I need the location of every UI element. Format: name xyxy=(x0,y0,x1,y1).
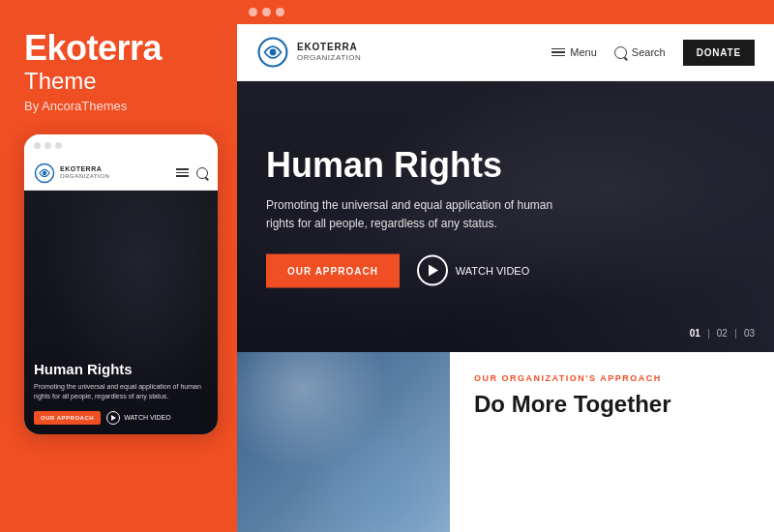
hamburger-line-2 xyxy=(176,172,189,174)
svg-point-3 xyxy=(270,49,277,56)
desktop-logo-icon xyxy=(256,36,289,69)
desktop-logo-area: EKOTERRA ORGANIZATION xyxy=(256,36,361,69)
bottom-image-sim xyxy=(237,352,450,532)
mobile-play-triangle xyxy=(111,415,116,421)
desktop-play-triangle xyxy=(429,265,438,277)
desktop-org-name: EKOTERRA xyxy=(297,42,361,53)
desktop-hero-desc: Promoting the universal and equal applic… xyxy=(266,195,556,232)
menu-line-3 xyxy=(551,55,565,57)
mobile-hero: Human Rights Promoting the universal and… xyxy=(24,191,218,434)
slide-3[interactable]: 03 xyxy=(744,328,755,339)
desktop-org-sub: ORGANIZATION xyxy=(297,53,361,63)
desktop-approach-button[interactable]: OUR APPROACH xyxy=(266,253,400,287)
desktop-watch-button[interactable]: WATCH VIDEO xyxy=(417,255,529,286)
brand-subtitle: Theme xyxy=(24,68,213,95)
bottom-image xyxy=(237,352,450,532)
mobile-play-icon xyxy=(106,411,120,425)
mobile-browser-dots xyxy=(24,134,218,157)
slide-2[interactable]: 02 xyxy=(717,328,728,339)
mobile-org-sub: ORGANIZATION xyxy=(60,173,109,180)
desktop-hero-content: Human Rights Promoting the universal and… xyxy=(266,146,556,288)
desktop-hero-buttons: OUR APPROACH WATCH VIDEO xyxy=(266,253,556,287)
left-panel: Ekoterra Theme By AncoraThemes EKOTERRA … xyxy=(0,0,237,532)
brand-by: By AncoraThemes xyxy=(24,99,213,113)
search-label: Search xyxy=(632,46,666,58)
mobile-dot-1 xyxy=(34,142,41,149)
mobile-hero-title: Human Rights xyxy=(34,361,208,377)
desktop-search-button[interactable]: Search xyxy=(614,46,666,59)
browser-dot-3 xyxy=(276,8,284,16)
mobile-watch-label: WATCH VIDEO xyxy=(124,414,171,421)
svg-point-1 xyxy=(43,170,46,174)
mobile-hero-desc: Promoting the universal and equal applic… xyxy=(34,382,208,401)
desktop-menu-button[interactable]: Menu xyxy=(551,46,597,58)
mobile-hero-buttons: OUR APPROACH WATCH VIDEO xyxy=(34,411,208,425)
desktop-org-text: EKOTERRA ORGANIZATION xyxy=(297,42,361,63)
mobile-logo-area: EKOTERRA ORGANIZATION xyxy=(34,163,109,184)
bottom-heading: Do More Together xyxy=(474,391,750,419)
mobile-nav-icons xyxy=(176,167,208,179)
browser-dot-2 xyxy=(262,8,271,16)
donate-button[interactable]: DONATE xyxy=(683,40,755,66)
slide-1[interactable]: 01 xyxy=(690,328,700,339)
desktop-play-icon xyxy=(417,255,448,286)
desktop-hamburger-icon xyxy=(551,48,565,57)
desktop-hero: Human Rights Promoting the universal and… xyxy=(237,81,774,352)
brand-title: Ekoterra xyxy=(24,29,213,68)
hamburger-icon[interactable] xyxy=(176,168,189,177)
mobile-org-name: EKOTERRA xyxy=(60,165,109,173)
mobile-nav: EKOTERRA ORGANIZATION xyxy=(24,157,218,191)
browser-chrome xyxy=(237,0,774,24)
mobile-mockup: EKOTERRA ORGANIZATION Human Rights Promo… xyxy=(24,134,218,434)
bottom-text-section: OUR ORGANIZATION'S APPROACH Do More Toge… xyxy=(450,352,774,532)
slide-divider-2 xyxy=(735,329,736,339)
mobile-dot-2 xyxy=(45,142,51,149)
browser-dot-1 xyxy=(249,8,257,16)
desktop-nav-right: Menu Search DONATE xyxy=(551,40,755,66)
slide-indicators: 01 02 03 xyxy=(690,328,755,339)
desktop-hero-title: Human Rights xyxy=(266,146,556,185)
bottom-label: OUR ORGANIZATION'S APPROACH xyxy=(474,373,750,383)
mobile-search-icon[interactable] xyxy=(196,167,208,179)
mobile-dot-3 xyxy=(55,142,62,149)
mobile-watch-button[interactable]: WATCH VIDEO xyxy=(106,411,171,425)
desktop-nav: EKOTERRA ORGANIZATION Menu Search xyxy=(237,24,774,81)
mobile-approach-button[interactable]: OUR APPROACH xyxy=(34,411,101,425)
hamburger-line-1 xyxy=(176,168,189,170)
desktop-watch-label: WATCH VIDEO xyxy=(456,265,529,277)
menu-line-2 xyxy=(551,51,565,53)
mobile-org-text: EKOTERRA ORGANIZATION xyxy=(60,165,109,179)
mobile-logo-icon xyxy=(34,163,55,184)
desktop-site: EKOTERRA ORGANIZATION Menu Search xyxy=(237,24,774,532)
slide-divider-1 xyxy=(708,329,709,339)
desktop-bottom: OUR ORGANIZATION'S APPROACH Do More Toge… xyxy=(237,352,774,532)
mobile-hero-content: Human Rights Promoting the universal and… xyxy=(24,351,218,434)
right-panel: EKOTERRA ORGANIZATION Menu Search xyxy=(237,0,774,532)
menu-line-1 xyxy=(551,48,565,50)
search-icon xyxy=(614,46,627,59)
menu-label: Menu xyxy=(570,46,597,58)
hamburger-line-3 xyxy=(176,175,189,177)
